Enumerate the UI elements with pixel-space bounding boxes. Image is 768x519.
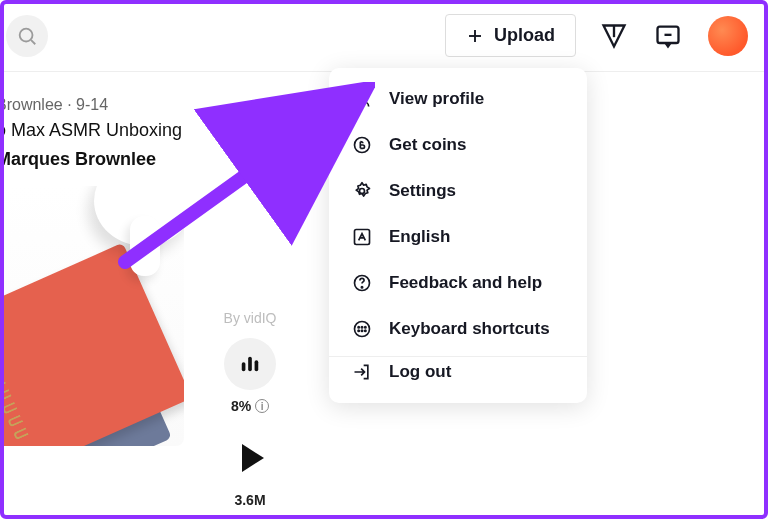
- svg-rect-7: [242, 362, 246, 371]
- menu-get-coins[interactable]: Get coins: [329, 122, 587, 168]
- engagement-button[interactable]: [224, 338, 276, 390]
- plus-icon: [466, 27, 484, 45]
- profile-dropdown: View profile Get coins Settings English …: [329, 68, 587, 403]
- info-icon[interactable]: i: [255, 399, 269, 413]
- gear-icon: [351, 180, 373, 202]
- menu-label: Feedback and help: [389, 273, 542, 293]
- svg-point-20: [358, 330, 359, 331]
- engagement-value: 8% i: [200, 398, 300, 414]
- language-icon: [351, 226, 373, 248]
- menu-feedback[interactable]: Feedback and help: [329, 260, 587, 306]
- menu-label: Keyboard shortcuts: [389, 319, 550, 339]
- svg-rect-8: [248, 357, 252, 372]
- upload-button[interactable]: Upload: [445, 14, 576, 57]
- logout-icon: [351, 361, 373, 383]
- svg-point-10: [359, 92, 366, 99]
- svg-point-22: [365, 330, 366, 331]
- inbox-button[interactable]: [652, 20, 684, 52]
- play-icon: [242, 444, 264, 472]
- messages-button[interactable]: [598, 20, 630, 52]
- bar-chart-icon: [239, 353, 261, 375]
- svg-point-15: [361, 287, 362, 288]
- stats-byline: By vidIQ: [200, 310, 300, 326]
- svg-point-16: [355, 322, 370, 337]
- video-thumbnail[interactable]: [0, 186, 184, 446]
- svg-point-21: [361, 330, 362, 331]
- svg-point-0: [20, 28, 33, 41]
- menu-view-profile[interactable]: View profile: [329, 76, 587, 122]
- menu-settings[interactable]: Settings: [329, 168, 587, 214]
- svg-point-17: [358, 327, 359, 328]
- menu-label: View profile: [389, 89, 484, 109]
- play-count: 3.6M: [200, 492, 300, 508]
- search-icon: [16, 25, 38, 47]
- svg-rect-9: [255, 360, 259, 371]
- help-icon: [351, 272, 373, 294]
- search-button[interactable]: [6, 15, 48, 57]
- menu-shortcuts[interactable]: Keyboard shortcuts: [329, 306, 587, 352]
- coin-icon: [351, 134, 373, 156]
- stats-sidebar: By vidIQ 8% i 3.6M: [200, 310, 300, 508]
- menu-language[interactable]: English: [329, 214, 587, 260]
- menu-label: Log out: [389, 362, 451, 382]
- upload-label: Upload: [494, 25, 555, 46]
- svg-point-19: [365, 327, 366, 328]
- menu-logout[interactable]: Log out: [329, 356, 587, 395]
- play-button[interactable]: [224, 432, 276, 484]
- inbox-icon: [654, 22, 682, 50]
- keyboard-icon: [351, 318, 373, 340]
- menu-label: Settings: [389, 181, 456, 201]
- send-icon: [600, 22, 628, 50]
- svg-line-1: [31, 40, 35, 44]
- person-icon: [351, 88, 373, 110]
- menu-label: Get coins: [389, 135, 466, 155]
- menu-label: English: [389, 227, 450, 247]
- avatar[interactable]: [708, 16, 748, 56]
- header-bar: Upload: [0, 0, 768, 72]
- svg-point-18: [361, 327, 362, 328]
